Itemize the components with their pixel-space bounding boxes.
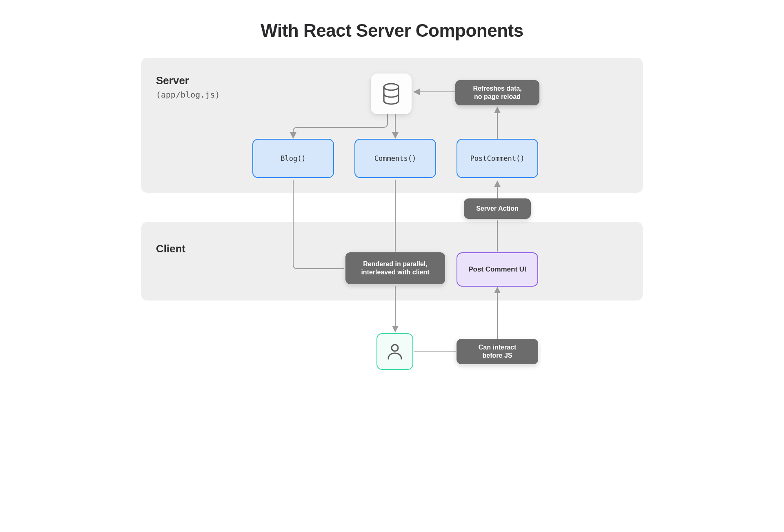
database-box <box>371 73 412 114</box>
comments-component: Comments() <box>354 139 436 178</box>
refresh-note: Refreshes data, no page reload <box>455 80 539 105</box>
svg-point-1 <box>392 345 398 351</box>
client-zone-label: Client <box>156 243 185 255</box>
server-zone-label: Server <box>156 74 189 87</box>
svg-point-0 <box>384 84 399 90</box>
server-action-note: Server Action <box>464 198 531 219</box>
server-zone-sub: (app/blog.js) <box>156 90 220 100</box>
postcomment-component: PostComment() <box>457 139 538 178</box>
database-icon <box>381 83 401 105</box>
diagram-title: With React Server Components <box>122 20 662 41</box>
interact-note: Can interact before JS <box>457 339 538 364</box>
rendered-note: Rendered in parallel, interleaved with c… <box>345 252 445 284</box>
user-icon <box>385 342 405 361</box>
postcomment-ui-component: Post Comment UI <box>457 252 538 287</box>
user-box <box>376 333 413 370</box>
diagram-canvas: With React Server Components Server (app… <box>122 0 662 408</box>
blog-component: Blog() <box>252 139 334 178</box>
